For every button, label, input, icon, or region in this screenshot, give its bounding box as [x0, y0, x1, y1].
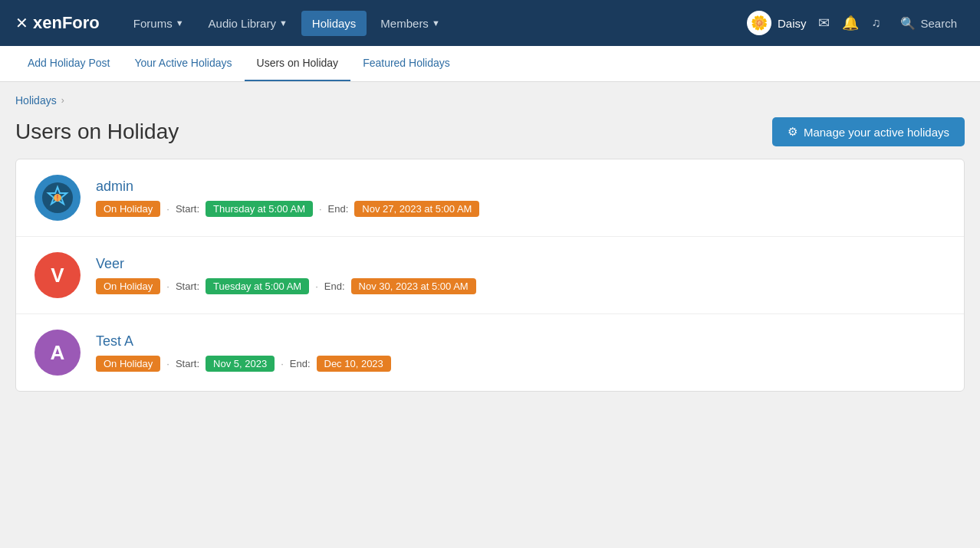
end-date-badge: Nov 27, 2023 at 5:00 AM [354, 201, 479, 217]
chevron-down-icon: ▼ [432, 18, 440, 28]
avatar: ! [35, 175, 81, 221]
end-date-badge: Dec 10, 2023 [317, 356, 391, 372]
nav-item-forums[interactable]: Forums ▼ [123, 11, 195, 36]
search-button[interactable]: 🔍 Search [893, 11, 965, 35]
user-details: Test A On Holiday · Start: Nov 5, 2023 ·… [96, 333, 945, 372]
end-date-badge: Nov 30, 2023 at 5:00 AM [351, 278, 476, 294]
table-row: ! admin On Holiday · Start: Thursday at … [16, 159, 964, 237]
page-header: Users on Holiday ⚙ Manage your active ho… [15, 117, 965, 146]
chevron-down-icon: ▼ [176, 18, 184, 28]
users-on-holiday-list: ! admin On Holiday · Start: Thursday at … [15, 159, 965, 392]
bell-icon[interactable]: 🔔 [842, 15, 859, 31]
start-label: Start: [176, 358, 199, 369]
on-holiday-badge: On Holiday [96, 278, 160, 294]
admin-avatar-icon: ! [41, 181, 74, 215]
page-title: Users on Holiday [15, 120, 179, 144]
holiday-info: On Holiday · Start: Thursday at 5:00 AM … [96, 201, 945, 217]
breadcrumb-link-holidays[interactable]: Holidays [15, 94, 57, 107]
sub-navigation: Add Holiday Post Your Active Holidays Us… [0, 46, 980, 82]
nav-item-holidays[interactable]: Holidays [301, 11, 367, 36]
footer-breadcrumb: Holidays › [0, 538, 980, 548]
start-label: Start: [176, 203, 199, 215]
gear-icon: ⚙ [788, 125, 797, 139]
on-holiday-badge: On Holiday [96, 201, 160, 217]
subnav-featured-holidays[interactable]: Featured Holidays [350, 46, 462, 81]
user-avatar: 🌼 [747, 11, 771, 35]
nav-item-members[interactable]: Members ▼ [370, 11, 450, 36]
start-date-badge: Tuesday at 5:00 AM [206, 278, 309, 294]
avatar: A [35, 330, 81, 376]
svg-text:!: ! [56, 194, 58, 202]
user-name: Daisy [778, 17, 807, 30]
subnav-add-holiday-post[interactable]: Add Holiday Post [15, 46, 122, 81]
table-row: A Test A On Holiday · Start: Nov 5, 2023… [16, 314, 964, 391]
user-menu[interactable]: 🌼 Daisy [747, 11, 807, 35]
search-icon: 🔍 [900, 16, 916, 31]
nav-right-controls: 🌼 Daisy ✉ 🔔 ♫ 🔍 Search [747, 11, 965, 35]
end-label: End: [324, 281, 345, 292]
nav-item-audio-library[interactable]: Audio Library ▼ [198, 11, 298, 36]
end-label: End: [328, 203, 349, 215]
breadcrumb-separator: › [61, 95, 64, 106]
username-link[interactable]: Test A [96, 333, 945, 349]
user-details: Veer On Holiday · Start: Tuesday at 5:00… [96, 256, 945, 294]
user-details: admin On Holiday · Start: Thursday at 5:… [96, 179, 945, 217]
subnav-users-on-holiday[interactable]: Users on Holiday [245, 46, 351, 81]
breadcrumb: Holidays › [15, 94, 965, 107]
logo-icon: ✕ [15, 14, 28, 32]
start-date-badge: Nov 5, 2023 [206, 356, 275, 372]
start-date-badge: Thursday at 5:00 AM [206, 201, 313, 217]
manage-active-holidays-button[interactable]: ⚙ Manage your active holidays [772, 117, 965, 146]
holiday-info: On Holiday · Start: Tuesday at 5:00 AM ·… [96, 278, 945, 294]
username-link[interactable]: Veer [96, 256, 945, 272]
music-icon[interactable]: ♫ [871, 16, 880, 30]
holiday-info: On Holiday · Start: Nov 5, 2023 · End: D… [96, 356, 945, 372]
main-nav-links: Forums ▼ Audio Library ▼ Holidays Member… [123, 11, 747, 36]
content-area: Holidays › Users on Holiday ⚙ Manage you… [0, 82, 980, 538]
avatar: V [35, 252, 81, 298]
subnav-your-active-holidays[interactable]: Your Active Holidays [122, 46, 244, 81]
mail-icon[interactable]: ✉ [818, 15, 830, 31]
end-label: End: [290, 358, 311, 369]
username-link[interactable]: admin [96, 179, 945, 195]
start-label: Start: [176, 281, 199, 292]
logo[interactable]: ✕ xenForo [15, 13, 100, 33]
on-holiday-badge: On Holiday [96, 356, 160, 372]
logo-text: xenForo [33, 13, 100, 33]
table-row: V Veer On Holiday · Start: Tuesday at 5:… [16, 237, 964, 314]
top-navigation: ✕ xenForo Forums ▼ Audio Library ▼ Holid… [0, 0, 980, 46]
chevron-down-icon: ▼ [279, 18, 288, 28]
